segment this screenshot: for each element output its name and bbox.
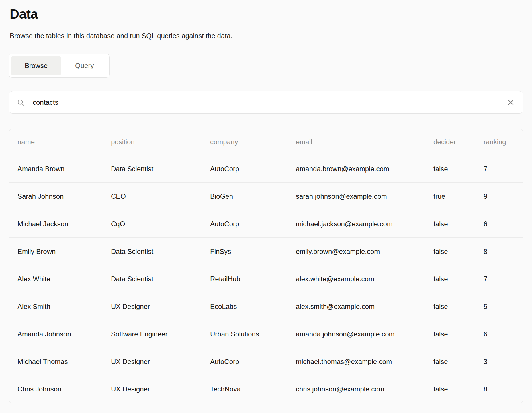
table-cell-ranking: 6 — [475, 320, 523, 348]
table-row[interactable]: Emily BrownData ScientistFinSysemily.bro… — [9, 238, 523, 265]
table-body: Amanda BrownData ScientistAutoCorpamanda… — [9, 155, 523, 403]
table-cell-decider: false — [425, 320, 475, 348]
table-cell-decider: true — [425, 183, 475, 210]
table-cell-ranking: 8 — [475, 375, 523, 403]
tab-query[interactable]: Query — [61, 56, 107, 75]
table-cell-company: AutoCorp — [202, 210, 287, 237]
table-cell-decider: false — [425, 210, 475, 237]
table-cell-name: Amanda Brown — [9, 155, 102, 182]
table-row[interactable]: Amanda BrownData ScientistAutoCorpamanda… — [9, 155, 523, 183]
table-cell-company: AutoCorp — [202, 348, 287, 375]
table-cell-name: Sarah Johnson — [9, 183, 102, 210]
table-cell-position: UX Designer — [102, 293, 202, 320]
search-bar — [9, 91, 523, 114]
table-cell-email: emily.brown@example.com — [287, 238, 425, 265]
table-cell-position: Data Scientist — [102, 238, 202, 265]
tab-browse[interactable]: Browse — [11, 56, 61, 75]
search-icon — [17, 99, 25, 106]
table-cell-ranking: 3 — [475, 348, 523, 375]
clear-search-button[interactable] — [506, 98, 515, 107]
table-cell-name: Alex White — [9, 265, 102, 293]
table-cell-position: Data Scientist — [102, 265, 202, 293]
table-cell-position: Data Scientist — [102, 155, 202, 182]
table-cell-position: CEO — [102, 183, 202, 210]
table-row[interactable]: Alex SmithUX DesignerEcoLabsalex.smith@e… — [9, 293, 523, 320]
table-cell-company: FinSys — [202, 238, 287, 265]
table-cell-company: AutoCorp — [202, 155, 287, 182]
table-cell-position: UX Designer — [102, 348, 202, 375]
table-cell-email: alex.white@example.com — [287, 265, 425, 293]
table-cell-decider: false — [425, 293, 475, 320]
table-cell-ranking: 5 — [475, 293, 523, 320]
results-table: namepositioncompanyemaildeciderranking A… — [9, 129, 523, 403]
table-cell-name: Alex Smith — [9, 293, 102, 320]
table-row[interactable]: Michael ThomasUX DesignerAutoCorpmichael… — [9, 348, 523, 375]
column-header-decider: decider — [425, 129, 475, 155]
table-row[interactable]: Alex WhiteData ScientistRetailHubalex.wh… — [9, 265, 523, 293]
search-input[interactable] — [32, 91, 506, 113]
table-cell-decider: false — [425, 375, 475, 403]
table-cell-email: chris.johnson@example.com — [287, 375, 425, 403]
table-cell-name: Michael Jackson — [9, 210, 102, 237]
table-cell-decider: false — [425, 155, 475, 182]
table-cell-ranking: 7 — [475, 265, 523, 293]
table-cell-position: UX Designer — [102, 375, 202, 403]
table-row[interactable]: Michael JacksonCqOAutoCorpmichael.jackso… — [9, 210, 523, 238]
table-cell-position: Software Engineer — [102, 320, 202, 348]
page-subtitle: Browse the tables in this database and r… — [10, 32, 523, 40]
page-title: Data — [10, 7, 523, 21]
table-cell-ranking: 6 — [475, 210, 523, 237]
table-row[interactable]: Chris JohnsonUX DesignerTechNovachris.jo… — [9, 375, 523, 403]
table-cell-name: Michael Thomas — [9, 348, 102, 375]
table-row[interactable]: Amanda JohnsonSoftware EngineerUrban Sol… — [9, 320, 523, 348]
table-cell-company: EcoLabs — [202, 293, 287, 320]
table-cell-company: Urban Solutions — [202, 320, 287, 348]
table-cell-company: RetailHub — [202, 265, 287, 293]
column-header-ranking: ranking — [475, 129, 523, 155]
column-header-name: name — [9, 129, 102, 155]
view-mode-tabs: Browse Query — [9, 54, 110, 78]
column-header-company: company — [202, 129, 287, 155]
table-cell-name: Amanda Johnson — [9, 320, 102, 348]
table-cell-email: michael.thomas@example.com — [287, 348, 425, 375]
table-cell-company: BioGen — [202, 183, 287, 210]
data-page: Data Browse the tables in this database … — [0, 7, 532, 403]
table-cell-ranking: 9 — [475, 183, 523, 210]
table-row[interactable]: Sarah JohnsonCEOBioGensarah.johnson@exam… — [9, 183, 523, 210]
table-cell-decider: false — [425, 238, 475, 265]
close-icon — [506, 98, 515, 107]
table-cell-email: amanda.brown@example.com — [287, 155, 425, 182]
table-cell-email: alex.smith@example.com — [287, 293, 425, 320]
table-cell-decider: false — [425, 265, 475, 293]
table-header-row: namepositioncompanyemaildeciderranking — [9, 129, 523, 155]
table-cell-email: michael.jackson@example.com — [287, 210, 425, 237]
table-cell-position: CqO — [102, 210, 202, 237]
table-cell-name: Emily Brown — [9, 238, 102, 265]
table-cell-email: sarah.johnson@example.com — [287, 183, 425, 210]
table-cell-company: TechNova — [202, 375, 287, 403]
column-header-position: position — [102, 129, 202, 155]
table-cell-ranking: 8 — [475, 238, 523, 265]
table-cell-ranking: 7 — [475, 155, 523, 182]
column-header-email: email — [287, 129, 425, 155]
table-cell-email: amanda.johnson@example.com — [287, 320, 425, 348]
table-cell-decider: false — [425, 348, 475, 375]
table-cell-name: Chris Johnson — [9, 375, 102, 403]
